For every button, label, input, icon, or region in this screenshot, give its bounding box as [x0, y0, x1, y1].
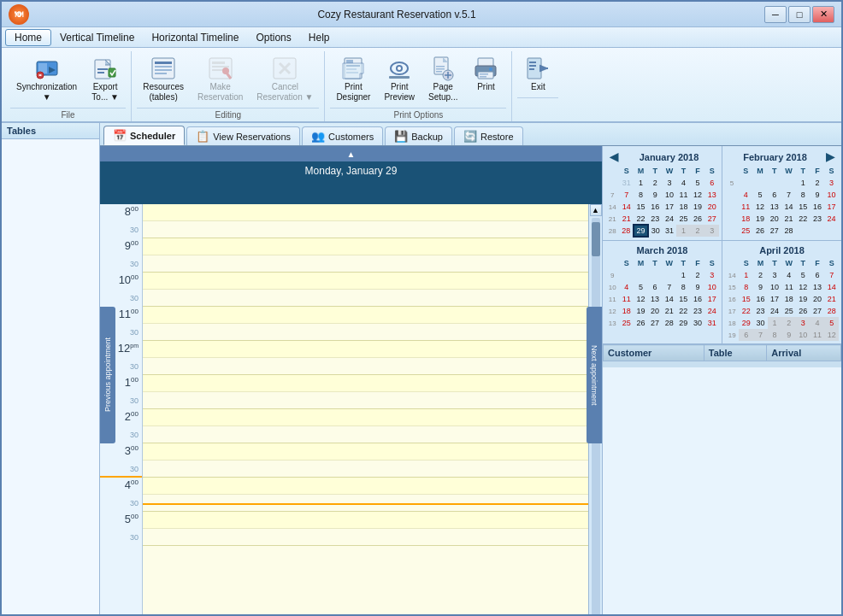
svg-rect-5	[97, 72, 104, 73]
svg-rect-9	[155, 66, 172, 67]
page-setup-label: PageSetup...	[428, 82, 457, 103]
print-icon	[472, 55, 499, 82]
main-area: Tables 📅 Scheduler 📋 View Reservations 👥…	[2, 123, 841, 616]
exit-icon	[524, 55, 551, 82]
tab-restore[interactable]: 🔄 Restore	[454, 126, 523, 145]
col-arrival: Arrival	[767, 345, 841, 361]
appointments-grid[interactable]	[143, 204, 588, 616]
print-preview-button[interactable]: PrintPreview	[378, 51, 421, 106]
menu-options[interactable]: Options	[247, 30, 299, 45]
close-button[interactable]: ✕	[812, 6, 834, 23]
svg-rect-10	[155, 69, 172, 71]
next-appointment-label: Next appointment	[590, 345, 598, 406]
cancel-res-icon	[271, 55, 298, 82]
print-label: Print	[477, 82, 495, 92]
resources-button[interactable]: Resources(tables)	[137, 51, 190, 106]
cal-prev-btn[interactable]: ◀	[607, 150, 621, 163]
restore-tab-icon: 🔄	[463, 130, 477, 143]
print-designer-button[interactable]: PrintDesigner	[330, 51, 376, 106]
restore-button[interactable]: □	[788, 6, 811, 23]
cal-next-btn[interactable]: ▶	[823, 150, 837, 163]
tab-view-reservations[interactable]: 📋 View Reservations	[186, 126, 300, 145]
minimize-button[interactable]: ─	[764, 6, 787, 23]
svg-rect-13	[212, 62, 225, 64]
menu-vertical-timeline[interactable]: Vertical Timeline	[51, 30, 143, 45]
view-res-tab-icon: 📋	[196, 130, 209, 143]
scroll-thumb	[592, 222, 600, 256]
next-appointment-btn[interactable]: Next appointment	[587, 307, 602, 443]
svg-rect-44	[529, 62, 536, 63]
time-slot-8: 800 30	[100, 204, 142, 238]
reservations-section: Customer Table Arrival	[603, 344, 841, 616]
svg-rect-41	[480, 76, 486, 78]
svg-point-17	[222, 67, 229, 74]
svg-point-28	[398, 67, 401, 70]
prev-appointment-btn[interactable]: Previous appointment	[100, 307, 115, 443]
scroll-up-arrow[interactable]: ▲	[100, 146, 602, 161]
export-label: ExportTo... ▼	[91, 82, 119, 103]
make-reservation-button[interactable]: MakeReservation	[192, 51, 249, 106]
tab-backup[interactable]: 💾 Backup	[385, 126, 452, 145]
svg-rect-11	[155, 73, 167, 74]
tab-scheduler[interactable]: 📅 Scheduler	[103, 126, 185, 145]
resources-label: Resources(tables)	[143, 82, 184, 103]
left-panel: Tables	[2, 123, 100, 616]
menu-home[interactable]: Home	[5, 29, 51, 46]
table-row[interactable]	[604, 361, 841, 367]
svg-rect-7	[152, 58, 174, 79]
sync-label: Synchronization▼	[16, 82, 77, 103]
scroll-up-btn[interactable]: ▲	[590, 204, 602, 216]
time-slot-3: 300 30	[100, 443, 142, 478]
svg-rect-31	[436, 66, 445, 67]
export-icon	[91, 55, 119, 82]
svg-rect-14	[212, 66, 229, 67]
scheduler-tab-label: Scheduler	[130, 131, 175, 141]
calendar-january: ◀ January 2018 SMTWTFS	[603, 146, 722, 240]
cancel-res-label: CancelReservation ▼	[256, 82, 313, 103]
ribbon-group-file: Synchronization▼	[5, 51, 132, 121]
ribbon: Synchronization▼	[2, 48, 841, 123]
export-button[interactable]: ExportTo... ▼	[85, 51, 126, 106]
page-setup-icon	[429, 55, 457, 82]
tab-customers[interactable]: 👥 Customers	[302, 126, 383, 145]
calendar-march: March 2018 SMTWTFS 9	[603, 241, 722, 343]
print-preview-label: PrintPreview	[384, 82, 415, 103]
cal-mar-grid: SMTWTFS 9 1 2	[605, 257, 719, 329]
svg-rect-40	[480, 73, 488, 75]
print-preview-icon	[386, 55, 413, 82]
col-table: Table	[704, 345, 767, 361]
backup-tab-icon: 💾	[394, 130, 408, 143]
tab-bar: 📅 Scheduler 📋 View Reservations 👥 Custom…	[100, 123, 841, 146]
svg-rect-29	[389, 76, 410, 79]
menu-help[interactable]: Help	[300, 30, 339, 45]
print-group-label: Print Options	[330, 108, 506, 120]
view-res-tab-label: View Reservations	[213, 132, 291, 142]
page-setup-button[interactable]: PageSetup...	[422, 51, 463, 106]
scheduler-body: Previous appointment 800 30 900 30	[100, 204, 602, 616]
svg-rect-46	[529, 68, 534, 70]
sync-icon	[33, 55, 61, 82]
make-res-icon	[207, 55, 234, 82]
ribbon-group-exit: Exit	[512, 51, 563, 121]
file-group-label: File	[10, 108, 126, 120]
content-area: ▲ Monday, January 29 Previous appointmen…	[100, 146, 841, 616]
resources-icon	[150, 55, 177, 82]
cancel-reservation-button[interactable]: CancelReservation ▼	[251, 51, 319, 106]
sync-button[interactable]: Synchronization▼	[10, 51, 83, 106]
time-slot-4: 400 30	[100, 478, 142, 512]
print-button[interactable]: Print	[465, 51, 506, 106]
scheduler-tab-icon: 📅	[113, 129, 127, 142]
print-designer-label: PrintDesigner	[336, 82, 370, 103]
svg-rect-39	[478, 72, 493, 79]
exit-button[interactable]: Exit	[517, 51, 558, 96]
svg-rect-4	[97, 68, 108, 70]
menu-horizontal-timeline[interactable]: Horizontal Timeline	[143, 30, 247, 45]
col-customer: Customer	[604, 345, 704, 361]
editing-group-label: Editing	[137, 108, 319, 120]
calendar-february: February 2018 ▶ SMTWTFS 5	[722, 146, 841, 240]
cal-jan-title: January 2018	[621, 152, 717, 162]
cal-feb-title: February 2018	[727, 152, 823, 162]
scheduler-banner	[100, 180, 602, 204]
title-bar: 🍽 Cozy Restaurant Reservation v.5.1 ─ □ …	[2, 2, 841, 27]
svg-rect-25	[346, 60, 353, 63]
